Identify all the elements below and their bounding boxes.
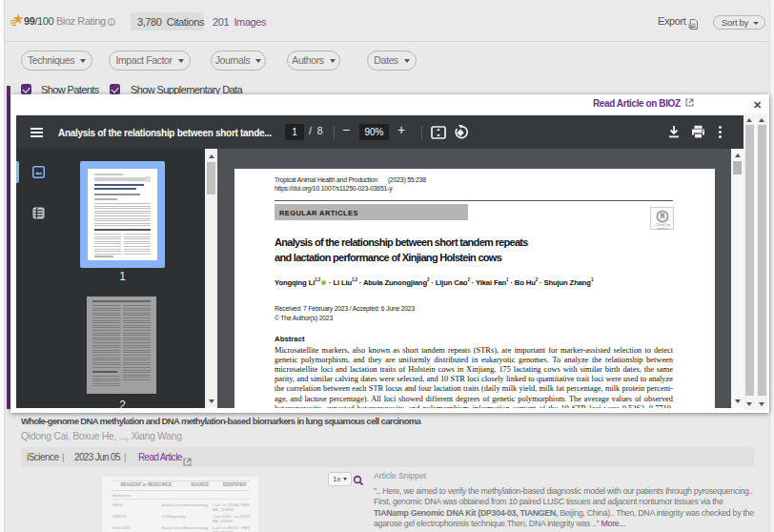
svg-text:CSV: CSV xyxy=(689,24,697,28)
